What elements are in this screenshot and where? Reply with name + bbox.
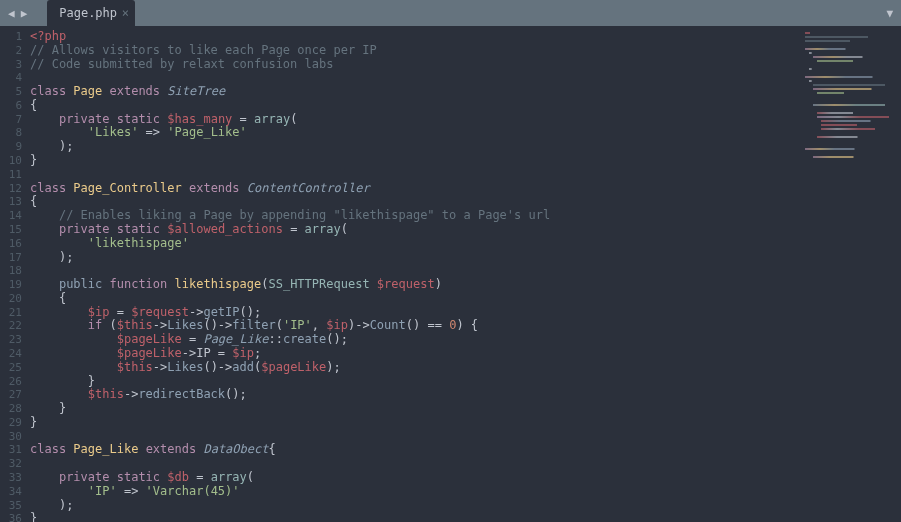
close-icon[interactable]: × bbox=[122, 6, 129, 20]
line-number: 1 bbox=[4, 30, 22, 44]
line-number: 9 bbox=[4, 140, 22, 154]
line-number: 32 bbox=[4, 457, 22, 471]
line-number: 19 bbox=[4, 278, 22, 292]
line-number: 8 bbox=[4, 126, 22, 140]
line-number: 33 bbox=[4, 471, 22, 485]
line-number: 18 bbox=[4, 264, 22, 278]
line-number: 24 bbox=[4, 347, 22, 361]
line-number: 10 bbox=[4, 154, 22, 168]
line-number: 7 bbox=[4, 113, 22, 127]
line-number: 21 bbox=[4, 306, 22, 320]
line-number: 5 bbox=[4, 85, 22, 99]
line-number: 22 bbox=[4, 319, 22, 333]
line-number: 14 bbox=[4, 209, 22, 223]
line-number: 34 bbox=[4, 485, 22, 499]
line-number: 30 bbox=[4, 430, 22, 444]
tab-label: Page.php bbox=[59, 6, 117, 20]
line-number: 11 bbox=[4, 168, 22, 182]
line-number: 3 bbox=[4, 58, 22, 72]
nav-back-icon[interactable]: ◀ bbox=[8, 7, 15, 20]
line-number: 26 bbox=[4, 375, 22, 389]
window-titlebar: ◀ ▶ Page.php × ▼ bbox=[0, 0, 901, 26]
line-number: 29 bbox=[4, 416, 22, 430]
nav-forward-icon[interactable]: ▶ bbox=[21, 7, 28, 20]
line-number-gutter: 1234567891011121314151617181920212223242… bbox=[0, 26, 30, 522]
line-number: 12 bbox=[4, 182, 22, 196]
php-open-tag: <?php bbox=[30, 29, 66, 43]
line-number: 20 bbox=[4, 292, 22, 306]
line-number: 23 bbox=[4, 333, 22, 347]
line-number: 27 bbox=[4, 388, 22, 402]
line-number: 17 bbox=[4, 251, 22, 265]
line-number: 25 bbox=[4, 361, 22, 375]
line-number: 15 bbox=[4, 223, 22, 237]
comment: // Allows visitors to like each Page onc… bbox=[30, 43, 377, 57]
comment: // Code submitted by relaxt confusion la… bbox=[30, 57, 333, 71]
editor-area: 1234567891011121314151617181920212223242… bbox=[0, 26, 901, 522]
line-number: 36 bbox=[4, 512, 22, 522]
code-content[interactable]: <?php // Allows visitors to like each Pa… bbox=[30, 26, 901, 522]
line-number: 35 bbox=[4, 499, 22, 513]
line-number: 31 bbox=[4, 443, 22, 457]
line-number: 16 bbox=[4, 237, 22, 251]
chevron-down-icon[interactable]: ▼ bbox=[886, 7, 893, 20]
line-number: 28 bbox=[4, 402, 22, 416]
minimap[interactable] bbox=[805, 30, 895, 160]
nav-arrows: ◀ ▶ bbox=[8, 7, 27, 20]
line-number: 6 bbox=[4, 99, 22, 113]
line-number: 2 bbox=[4, 44, 22, 58]
tab-page-php[interactable]: Page.php × bbox=[47, 0, 135, 26]
line-number: 4 bbox=[4, 71, 22, 85]
line-number: 13 bbox=[4, 195, 22, 209]
